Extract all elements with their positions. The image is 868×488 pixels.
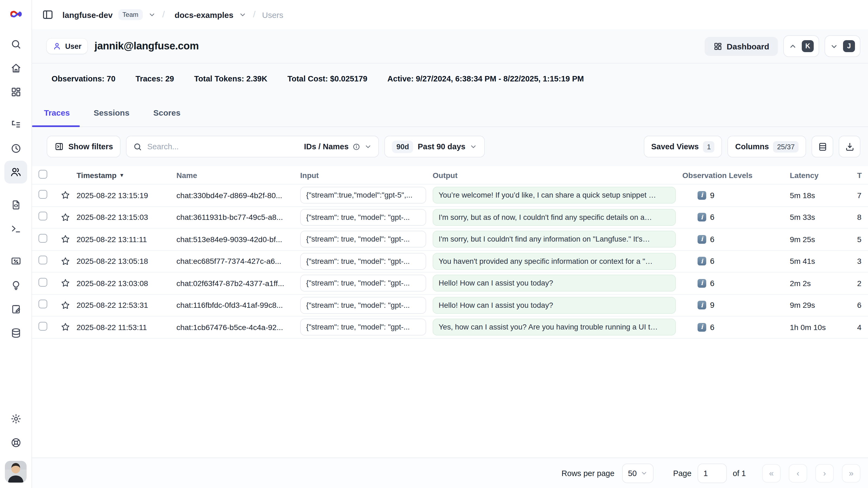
table-row[interactable]: 2025-08-22 13:03:08 chat:02f63f47-87b2-4… — [32, 273, 868, 295]
sidebar-item-users[interactable] — [4, 161, 27, 183]
input-preview[interactable]: {"stream": true, "model": "gpt-... — [300, 319, 426, 336]
next-user-button[interactable]: J — [825, 35, 860, 57]
column-header-input[interactable]: Input — [300, 171, 433, 179]
previous-page-button[interactable]: ‹ — [789, 464, 807, 482]
sidebar-item-tracing[interactable] — [4, 113, 27, 136]
row-checkbox[interactable] — [38, 212, 47, 221]
column-header-latency[interactable]: Latency — [782, 171, 852, 179]
chevron-down-icon[interactable] — [148, 11, 156, 19]
dashboard-grid-icon — [713, 41, 722, 51]
last-page-button[interactable]: » — [842, 464, 860, 482]
row-checkbox[interactable] — [38, 256, 47, 265]
sidebar-item-prompts[interactable] — [4, 193, 27, 216]
column-header-output[interactable]: Output — [433, 171, 682, 179]
sidebar-item-search[interactable] — [4, 33, 27, 55]
row-height-button[interactable] — [811, 136, 833, 157]
latency-cell: 2m 2s — [782, 279, 852, 288]
sidebar-item-annotation[interactable] — [4, 298, 27, 320]
breadcrumb-project[interactable]: langfuse-dev — [62, 10, 113, 19]
search-scope-selector[interactable]: IDs / Names — [304, 142, 372, 151]
row-checkbox[interactable] — [38, 322, 47, 331]
star-icon[interactable] — [60, 300, 76, 310]
rows-per-page-label: Rows per page — [562, 469, 615, 478]
input-preview[interactable]: {"stream": true, "model": "gpt-... — [300, 209, 426, 226]
output-preview[interactable]: Hello! How can I assist you today? — [433, 275, 676, 292]
sidebar-item-support[interactable] — [4, 431, 27, 454]
sort-descending-icon: ▼ — [119, 172, 124, 178]
sidebar-item-dashboards[interactable] — [4, 80, 27, 103]
sidebar-item-home[interactable] — [4, 57, 27, 79]
column-header-observation-levels[interactable]: Observation Levels — [682, 171, 782, 179]
sidebar-item-settings[interactable] — [4, 407, 27, 430]
output-preview[interactable]: I'm sorry, but I couldn't find any infor… — [433, 231, 676, 248]
observation-levels-cell: i 6 — [682, 213, 782, 222]
chevron-right-icon: › — [823, 468, 826, 478]
chevron-down-icon — [470, 143, 477, 150]
trace-name-cell: chat:116fbfdc-0fd3-41af-99c8... — [177, 301, 300, 310]
output-preview[interactable]: I'm sorry, but as of now, I couldn't fin… — [433, 209, 676, 226]
output-preview[interactable]: Yes, how can I assist you? Are you havin… — [433, 319, 676, 336]
search-input[interactable] — [147, 142, 299, 151]
page-number-input[interactable] — [698, 463, 727, 483]
show-filters-button[interactable]: Show filters — [47, 136, 121, 157]
langfuse-logo-icon[interactable] — [9, 7, 23, 21]
output-preview[interactable]: You haven't provided any specific inform… — [433, 253, 676, 270]
tab-sessions[interactable]: Sessions — [93, 108, 130, 126]
stat-traces: Traces: 29 — [135, 74, 174, 83]
star-icon[interactable] — [60, 234, 76, 245]
columns-button[interactable]: Columns 25/37 — [728, 136, 806, 157]
tab-scores[interactable]: Scores — [152, 108, 182, 126]
row-checkbox[interactable] — [38, 190, 47, 199]
chevron-down-icon — [364, 143, 372, 150]
input-preview[interactable]: {"stream":true,"model":"gpt-5",... — [300, 187, 426, 204]
tab-traces[interactable]: Traces — [43, 108, 71, 126]
input-preview[interactable]: {"stream": true, "model": "gpt-... — [300, 231, 426, 248]
star-icon[interactable] — [60, 212, 76, 222]
input-preview[interactable]: {"stream": true, "model": "gpt-... — [300, 275, 426, 292]
chevron-down-icon[interactable] — [239, 11, 246, 19]
column-header-name[interactable]: Name — [177, 171, 300, 179]
select-all-checkbox[interactable] — [38, 170, 47, 179]
star-icon[interactable] — [60, 256, 76, 267]
next-page-button[interactable]: › — [815, 464, 834, 482]
observation-levels-cell: i 6 — [682, 257, 782, 266]
sidebar-item-evaluation[interactable] — [4, 250, 27, 273]
output-preview[interactable]: You’re welcome! If you’d like, I can sha… — [433, 187, 676, 204]
user-avatar[interactable] — [5, 461, 27, 483]
saved-views-button[interactable]: Saved Views 1 — [644, 136, 722, 157]
rows-per-page-select[interactable]: 50 — [622, 463, 654, 483]
output-preview[interactable]: Hello! How can I assist you today? — [433, 297, 676, 314]
row-checkbox[interactable] — [38, 278, 47, 286]
user-stats: Observations: 70 Traces: 29 Total Tokens… — [32, 63, 868, 93]
star-icon[interactable] — [60, 190, 76, 201]
column-header-truncated[interactable]: T — [852, 171, 868, 179]
star-icon[interactable] — [60, 278, 76, 288]
breadcrumb-environment[interactable]: docs-examples — [175, 10, 234, 19]
date-range-button[interactable]: 90d Past 90 days — [384, 136, 485, 157]
latency-cell: 5m 18s — [782, 191, 852, 200]
row-checkbox[interactable] — [38, 300, 47, 309]
table-row[interactable]: 2025-08-22 13:05:18 chat:ec685f77-7374-4… — [32, 250, 868, 273]
star-icon[interactable] — [60, 322, 76, 333]
sidebar-item-datasets[interactable] — [4, 322, 27, 344]
input-preview[interactable]: {"stream": true, "model": "gpt-... — [300, 253, 426, 270]
table-row[interactable]: 2025-08-22 12:53:31 chat:116fbfdc-0fd3-4… — [32, 295, 868, 316]
sidebar-item-insights[interactable] — [4, 274, 27, 296]
dashboard-button[interactable]: Dashboard — [704, 37, 778, 56]
columns-label: Columns — [735, 142, 769, 151]
column-header-timestamp[interactable]: Timestamp ▼ — [76, 171, 177, 179]
sidebar-item-playground[interactable] — [4, 217, 27, 240]
sidebar-item-sessions[interactable] — [4, 137, 27, 160]
row-checkbox[interactable] — [38, 234, 47, 243]
previous-user-button[interactable]: K — [783, 35, 819, 57]
table-row[interactable]: 2025-08-22 13:15:03 chat:3611931b-bc77-4… — [32, 207, 868, 228]
input-preview[interactable]: {"stream": true, "model": "gpt-... — [300, 297, 426, 314]
export-button[interactable] — [839, 136, 860, 157]
sidebar-toggle-button[interactable] — [42, 9, 54, 21]
trace-name-cell: chat:ec685f77-7374-427c-a6... — [177, 257, 300, 266]
table-row[interactable]: 2025-08-22 11:53:11 chat:1cb67476-b5ce-4… — [32, 316, 868, 338]
first-page-button[interactable]: « — [762, 464, 781, 482]
table-row[interactable]: 2025-08-22 13:15:19 chat:330bd4e7-d869-4… — [32, 185, 868, 207]
table-row[interactable]: 2025-08-22 13:11:11 chat:513e84e9-9039-4… — [32, 228, 868, 250]
clock-icon — [10, 143, 22, 154]
